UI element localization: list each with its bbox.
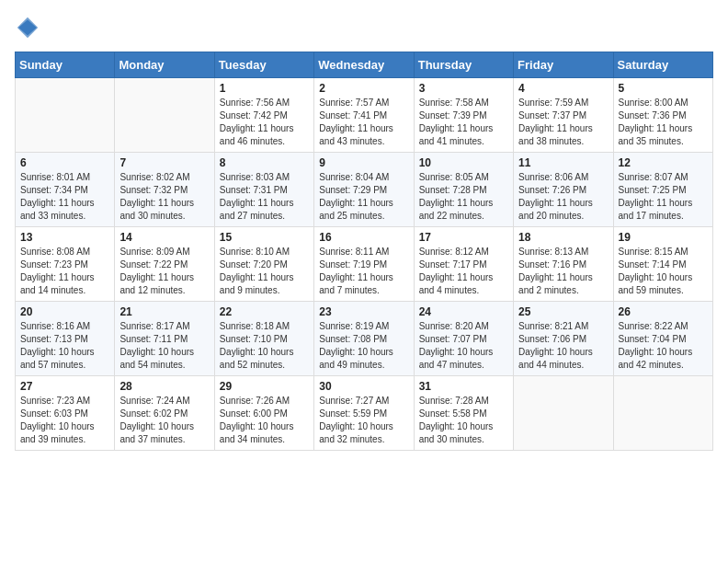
day-number: 3 bbox=[419, 82, 508, 95]
weekday-header-friday: Friday bbox=[514, 52, 613, 78]
week-row-4: 20Sunrise: 8:16 AM Sunset: 7:13 PM Dayli… bbox=[16, 302, 713, 376]
day-number: 28 bbox=[119, 380, 209, 393]
calendar-cell: 26Sunrise: 8:22 AM Sunset: 7:04 PM Dayli… bbox=[613, 302, 712, 376]
calendar-cell: 27Sunrise: 7:23 AM Sunset: 6:03 PM Dayli… bbox=[16, 376, 115, 451]
day-info: Sunrise: 8:02 AM Sunset: 7:32 PM Dayligh… bbox=[119, 171, 209, 223]
day-number: 8 bbox=[220, 156, 309, 169]
day-number: 14 bbox=[119, 231, 209, 244]
day-info: Sunrise: 7:24 AM Sunset: 6:02 PM Dayligh… bbox=[119, 395, 209, 446]
day-info: Sunrise: 8:20 AM Sunset: 7:07 PM Dayligh… bbox=[419, 320, 508, 372]
calendar-cell: 22Sunrise: 8:18 AM Sunset: 7:10 PM Dayli… bbox=[214, 302, 313, 376]
day-info: Sunrise: 8:18 AM Sunset: 7:10 PM Dayligh… bbox=[220, 320, 309, 372]
day-info: Sunrise: 8:01 AM Sunset: 7:34 PM Dayligh… bbox=[20, 171, 109, 223]
day-number: 23 bbox=[319, 305, 408, 318]
calendar-cell: 21Sunrise: 8:17 AM Sunset: 7:11 PM Dayli… bbox=[115, 302, 214, 376]
weekday-header-monday: Monday bbox=[115, 52, 214, 78]
day-info: Sunrise: 7:56 AM Sunset: 7:42 PM Dayligh… bbox=[220, 97, 309, 148]
calendar-cell bbox=[613, 376, 712, 451]
calendar-cell: 2Sunrise: 7:57 AM Sunset: 7:41 PM Daylig… bbox=[314, 78, 414, 153]
calendar-cell: 25Sunrise: 8:21 AM Sunset: 7:06 PM Dayli… bbox=[514, 302, 613, 376]
weekday-header-sunday: Sunday bbox=[16, 52, 115, 78]
calendar-cell: 6Sunrise: 8:01 AM Sunset: 7:34 PM Daylig… bbox=[16, 153, 115, 227]
day-info: Sunrise: 7:28 AM Sunset: 5:58 PM Dayligh… bbox=[419, 395, 508, 446]
calendar-cell bbox=[514, 376, 613, 451]
day-info: Sunrise: 8:16 AM Sunset: 7:13 PM Dayligh… bbox=[20, 320, 109, 372]
day-info: Sunrise: 8:08 AM Sunset: 7:23 PM Dayligh… bbox=[20, 246, 109, 297]
calendar-cell bbox=[16, 78, 115, 153]
calendar-cell: 31Sunrise: 7:28 AM Sunset: 5:58 PM Dayli… bbox=[414, 376, 513, 451]
calendar-cell: 24Sunrise: 8:20 AM Sunset: 7:07 PM Dayli… bbox=[414, 302, 513, 376]
calendar-cell: 11Sunrise: 8:06 AM Sunset: 7:26 PM Dayli… bbox=[514, 153, 613, 227]
calendar-cell: 8Sunrise: 8:03 AM Sunset: 7:31 PM Daylig… bbox=[214, 153, 313, 227]
page-header bbox=[15, 15, 713, 40]
weekday-header-tuesday: Tuesday bbox=[214, 52, 313, 78]
weekday-header-wednesday: Wednesday bbox=[314, 52, 414, 78]
week-row-2: 6Sunrise: 8:01 AM Sunset: 7:34 PM Daylig… bbox=[16, 153, 713, 227]
day-info: Sunrise: 8:04 AM Sunset: 7:29 PM Dayligh… bbox=[319, 171, 408, 223]
weekday-header-thursday: Thursday bbox=[414, 52, 513, 78]
day-info: Sunrise: 8:10 AM Sunset: 7:20 PM Dayligh… bbox=[220, 246, 309, 297]
week-row-3: 13Sunrise: 8:08 AM Sunset: 7:23 PM Dayli… bbox=[16, 227, 713, 302]
calendar-table: SundayMondayTuesdayWednesdayThursdayFrid… bbox=[15, 52, 713, 451]
day-info: Sunrise: 7:27 AM Sunset: 5:59 PM Dayligh… bbox=[319, 395, 408, 446]
calendar-cell: 19Sunrise: 8:15 AM Sunset: 7:14 PM Dayli… bbox=[613, 227, 712, 302]
calendar-cell bbox=[115, 78, 214, 153]
day-number: 1 bbox=[220, 82, 309, 95]
day-info: Sunrise: 8:03 AM Sunset: 7:31 PM Dayligh… bbox=[220, 171, 309, 223]
day-number: 4 bbox=[518, 82, 608, 95]
day-number: 31 bbox=[419, 380, 508, 393]
calendar-cell: 1Sunrise: 7:56 AM Sunset: 7:42 PM Daylig… bbox=[214, 78, 313, 153]
day-info: Sunrise: 8:21 AM Sunset: 7:06 PM Dayligh… bbox=[518, 320, 608, 372]
day-info: Sunrise: 8:13 AM Sunset: 7:16 PM Dayligh… bbox=[518, 246, 608, 297]
day-info: Sunrise: 8:15 AM Sunset: 7:14 PM Dayligh… bbox=[619, 246, 708, 297]
day-number: 10 bbox=[419, 156, 508, 169]
day-number: 12 bbox=[619, 156, 708, 169]
calendar-cell: 10Sunrise: 8:05 AM Sunset: 7:28 PM Dayli… bbox=[414, 153, 513, 227]
day-number: 24 bbox=[419, 305, 508, 318]
calendar-cell: 23Sunrise: 8:19 AM Sunset: 7:08 PM Dayli… bbox=[314, 302, 414, 376]
day-info: Sunrise: 7:57 AM Sunset: 7:41 PM Dayligh… bbox=[319, 97, 408, 148]
calendar-cell: 5Sunrise: 8:00 AM Sunset: 7:36 PM Daylig… bbox=[613, 78, 712, 153]
day-info: Sunrise: 7:26 AM Sunset: 6:00 PM Dayligh… bbox=[220, 395, 309, 446]
day-info: Sunrise: 8:06 AM Sunset: 7:26 PM Dayligh… bbox=[518, 171, 608, 223]
day-number: 5 bbox=[619, 82, 708, 95]
calendar-cell: 3Sunrise: 7:58 AM Sunset: 7:39 PM Daylig… bbox=[414, 78, 513, 153]
day-number: 15 bbox=[220, 231, 309, 244]
day-info: Sunrise: 8:17 AM Sunset: 7:11 PM Dayligh… bbox=[119, 320, 209, 372]
week-row-5: 27Sunrise: 7:23 AM Sunset: 6:03 PM Dayli… bbox=[16, 376, 713, 451]
day-number: 16 bbox=[319, 231, 408, 244]
day-info: Sunrise: 7:58 AM Sunset: 7:39 PM Dayligh… bbox=[419, 97, 508, 148]
day-info: Sunrise: 7:59 AM Sunset: 7:37 PM Dayligh… bbox=[518, 97, 608, 148]
calendar-cell: 9Sunrise: 8:04 AM Sunset: 7:29 PM Daylig… bbox=[314, 153, 414, 227]
day-info: Sunrise: 8:07 AM Sunset: 7:25 PM Dayligh… bbox=[619, 171, 708, 223]
day-number: 30 bbox=[319, 380, 408, 393]
day-info: Sunrise: 8:09 AM Sunset: 7:22 PM Dayligh… bbox=[119, 246, 209, 297]
day-number: 9 bbox=[319, 156, 408, 169]
day-number: 13 bbox=[20, 231, 109, 244]
day-number: 7 bbox=[119, 156, 209, 169]
calendar-cell: 4Sunrise: 7:59 AM Sunset: 7:37 PM Daylig… bbox=[514, 78, 613, 153]
day-info: Sunrise: 8:19 AM Sunset: 7:08 PM Dayligh… bbox=[319, 320, 408, 372]
day-number: 20 bbox=[20, 305, 109, 318]
day-number: 26 bbox=[619, 305, 708, 318]
day-number: 2 bbox=[319, 82, 408, 95]
day-number: 19 bbox=[619, 231, 708, 244]
calendar-cell: 14Sunrise: 8:09 AM Sunset: 7:22 PM Dayli… bbox=[115, 227, 214, 302]
calendar-cell: 16Sunrise: 8:11 AM Sunset: 7:19 PM Dayli… bbox=[314, 227, 414, 302]
day-number: 6 bbox=[20, 156, 109, 169]
day-info: Sunrise: 8:05 AM Sunset: 7:28 PM Dayligh… bbox=[419, 171, 508, 223]
week-row-1: 1Sunrise: 7:56 AM Sunset: 7:42 PM Daylig… bbox=[16, 78, 713, 153]
day-info: Sunrise: 8:22 AM Sunset: 7:04 PM Dayligh… bbox=[619, 320, 708, 372]
calendar-cell: 13Sunrise: 8:08 AM Sunset: 7:23 PM Dayli… bbox=[16, 227, 115, 302]
calendar-cell: 15Sunrise: 8:10 AM Sunset: 7:20 PM Dayli… bbox=[214, 227, 313, 302]
day-number: 21 bbox=[119, 305, 209, 318]
day-info: Sunrise: 7:23 AM Sunset: 6:03 PM Dayligh… bbox=[20, 395, 109, 446]
calendar-cell: 28Sunrise: 7:24 AM Sunset: 6:02 PM Dayli… bbox=[115, 376, 214, 451]
svg-marker-1 bbox=[18, 20, 37, 36]
day-info: Sunrise: 8:12 AM Sunset: 7:17 PM Dayligh… bbox=[419, 246, 508, 297]
weekday-header-saturday: Saturday bbox=[613, 52, 712, 78]
day-number: 17 bbox=[419, 231, 508, 244]
day-number: 29 bbox=[220, 380, 309, 393]
calendar-cell: 12Sunrise: 8:07 AM Sunset: 7:25 PM Dayli… bbox=[613, 153, 712, 227]
day-number: 22 bbox=[220, 305, 309, 318]
